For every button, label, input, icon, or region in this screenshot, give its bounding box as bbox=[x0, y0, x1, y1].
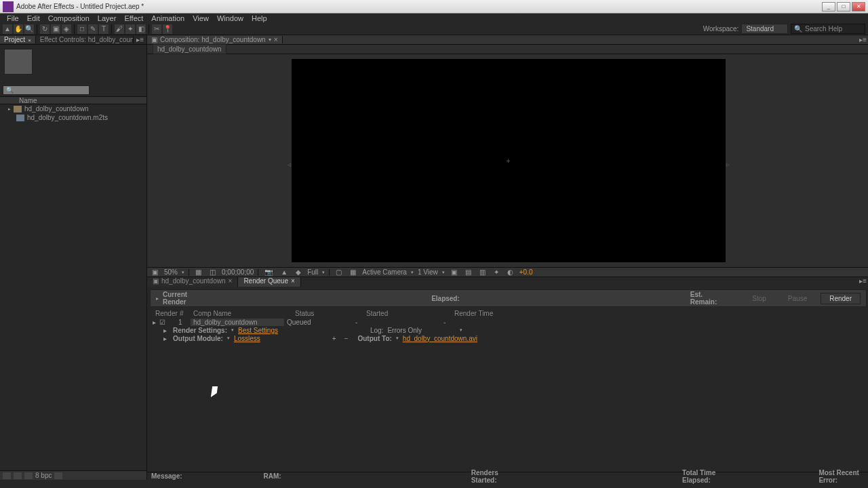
text-tool[interactable]: T bbox=[99, 24, 108, 34]
transparency-button[interactable]: ▦ bbox=[348, 268, 358, 276]
header-num[interactable]: # bbox=[180, 310, 193, 318]
effect-controls-tab[interactable]: Effect Controls: hd_dolby_count... bbox=[36, 36, 134, 43]
comp-icon bbox=[14, 106, 22, 113]
column-name[interactable]: Name bbox=[19, 97, 37, 104]
snapshot-button[interactable]: 📷 bbox=[262, 268, 275, 276]
project-thumbnail bbox=[4, 49, 33, 75]
disclosure-icon[interactable]: ▸ bbox=[153, 319, 159, 326]
camera-tool[interactable]: ▣ bbox=[51, 24, 60, 34]
pan-behind-tool[interactable]: ◈ bbox=[62, 24, 71, 34]
roto-tool[interactable]: ✂ bbox=[152, 24, 161, 34]
file-icon bbox=[16, 115, 24, 121]
header-render[interactable]: Render bbox=[155, 310, 180, 318]
status-recent-error: Most Recent Error: bbox=[818, 469, 865, 484]
menu-view[interactable]: View bbox=[189, 14, 213, 22]
header-render-time[interactable]: Render Time bbox=[454, 310, 493, 318]
brush-tool[interactable]: 🖌 bbox=[115, 24, 124, 34]
queue-render-time: - bbox=[443, 319, 446, 326]
timeline-tab[interactable]: ▣hd_dolby_countdown× bbox=[147, 277, 238, 287]
close-button[interactable]: ✕ bbox=[852, 2, 865, 12]
reset-exposure-button[interactable]: ◐ bbox=[505, 268, 515, 276]
header-started[interactable]: Started bbox=[366, 310, 454, 318]
comp-icon: ▣ bbox=[151, 36, 157, 43]
render-checkbox[interactable]: ☑ bbox=[159, 319, 169, 326]
pen-tool[interactable]: ✎ bbox=[88, 24, 98, 34]
project-search-input[interactable]: 🔍 bbox=[3, 85, 90, 95]
minimize-button[interactable]: _ bbox=[822, 2, 835, 12]
stop-button: Stop bbox=[744, 293, 774, 304]
menu-animation[interactable]: Animation bbox=[147, 14, 189, 22]
header-comp[interactable]: Comp Name bbox=[193, 310, 295, 318]
panel-menu-icon[interactable]: ▸≡ bbox=[134, 36, 146, 43]
menu-layer[interactable]: Layer bbox=[94, 14, 121, 22]
queue-status: Queued bbox=[284, 319, 355, 326]
flowchart-button[interactable]: ✦ bbox=[492, 268, 501, 276]
workspace-dropdown[interactable]: Standard bbox=[741, 24, 788, 34]
log-dropdown[interactable]: Errors Only bbox=[387, 327, 422, 334]
status-ram: RAM: bbox=[264, 472, 281, 480]
composition-canvas[interactable]: ◃ + ▹ bbox=[292, 59, 726, 262]
timeline-button[interactable]: ▥ bbox=[477, 268, 488, 276]
menu-window[interactable]: Window bbox=[213, 14, 248, 22]
queue-row[interactable]: ▸ ☑ 1 hd_dolby_countdown Queued - - bbox=[153, 318, 864, 326]
shape-tool[interactable]: □ bbox=[77, 24, 87, 34]
disclosure-icon[interactable]: ▸ bbox=[163, 335, 169, 342]
search-help-placeholder: Search Help bbox=[805, 25, 842, 33]
new-folder-button[interactable] bbox=[14, 472, 22, 479]
render-queue-tab[interactable]: Render Queue× bbox=[238, 277, 300, 287]
panel-menu-icon[interactable]: ▸≡ bbox=[856, 36, 868, 43]
hand-tool[interactable]: ✋ bbox=[14, 24, 23, 34]
render-settings-link[interactable]: Best Settings bbox=[238, 327, 278, 334]
roi-button[interactable]: ▢ bbox=[334, 268, 344, 276]
disclosure-icon[interactable]: ▸ bbox=[8, 106, 11, 112]
status-renders-started: Renders Started: bbox=[471, 469, 513, 484]
menu-file[interactable]: File bbox=[3, 14, 23, 22]
output-module-link[interactable]: Lossless bbox=[234, 335, 260, 342]
exposure-value[interactable]: +0.0 bbox=[519, 268, 533, 276]
zoom-dropdown[interactable]: 50% bbox=[164, 268, 178, 276]
channel-button[interactable]: ▲ bbox=[279, 268, 290, 276]
composition-tab[interactable]: ▣ Composition: hd_dolby_countdown ▾ × bbox=[147, 36, 283, 43]
menu-effect[interactable]: Effect bbox=[120, 14, 147, 22]
color-button[interactable]: ◆ bbox=[294, 268, 303, 276]
camera-dropdown[interactable]: Active Camera bbox=[362, 268, 407, 276]
selection-tool[interactable]: ▲ bbox=[3, 24, 12, 34]
new-comp-button[interactable] bbox=[24, 472, 33, 479]
magnification-button[interactable]: ▣ bbox=[150, 268, 160, 276]
mask-button[interactable]: ◫ bbox=[208, 268, 218, 276]
rotate-tool[interactable]: ↻ bbox=[40, 24, 50, 34]
view-dropdown[interactable]: 1 View bbox=[418, 268, 438, 276]
delete-button[interactable] bbox=[54, 472, 62, 479]
composition-viewer[interactable]: ◃ + ▹ bbox=[147, 54, 868, 267]
project-tab[interactable]: Project× bbox=[0, 36, 36, 43]
app-icon bbox=[3, 1, 14, 12]
project-item-file[interactable]: hd_dolby_countdown.m2ts bbox=[0, 113, 146, 122]
eraser-tool[interactable]: ◧ bbox=[136, 24, 146, 34]
menu-help[interactable]: Help bbox=[248, 14, 271, 22]
header-status[interactable]: Status bbox=[295, 310, 366, 318]
zoom-tool[interactable]: 🔍 bbox=[24, 24, 34, 34]
grid-button[interactable]: ▦ bbox=[193, 268, 203, 276]
menu-edit[interactable]: Edit bbox=[23, 14, 44, 22]
output-module-label: Output Module: bbox=[173, 335, 223, 342]
panel-menu-icon[interactable]: ▸≡ bbox=[856, 277, 868, 287]
pixel-aspect-button[interactable]: ▣ bbox=[449, 268, 459, 276]
output-to-link[interactable]: hd_dolby_countdown.avi bbox=[403, 335, 477, 342]
fast-preview-button[interactable]: ▤ bbox=[463, 268, 473, 276]
interpret-footage-button[interactable] bbox=[3, 472, 11, 479]
maximize-button[interactable]: □ bbox=[837, 2, 850, 12]
viewer-controls: ▣ 50% ▾ ▦ ◫ 0;00;00;00 📷 ▲ ◆ Full ▾ ▢ ▦ … bbox=[147, 267, 868, 277]
timecode[interactable]: 0;00;00;00 bbox=[222, 268, 254, 276]
search-help-input[interactable]: 🔍 Search Help bbox=[791, 24, 865, 34]
puppet-tool[interactable]: 📍 bbox=[163, 24, 172, 34]
menu-composition[interactable]: Composition bbox=[44, 14, 94, 22]
disclosure-icon[interactable]: ▸ bbox=[156, 296, 159, 302]
project-item-comp[interactable]: ▸ hd_dolby_countdown bbox=[0, 104, 146, 113]
status-message: Message: bbox=[151, 472, 182, 480]
resolution-dropdown[interactable]: Full bbox=[307, 268, 318, 276]
clone-tool[interactable]: ✦ bbox=[125, 24, 135, 34]
render-button[interactable]: Render bbox=[821, 293, 861, 304]
bpc-button[interactable]: 8 bpc bbox=[35, 472, 52, 479]
disclosure-icon[interactable]: ▸ bbox=[163, 327, 169, 334]
breadcrumb-item[interactable]: hd_dolby_countdown bbox=[153, 44, 226, 54]
